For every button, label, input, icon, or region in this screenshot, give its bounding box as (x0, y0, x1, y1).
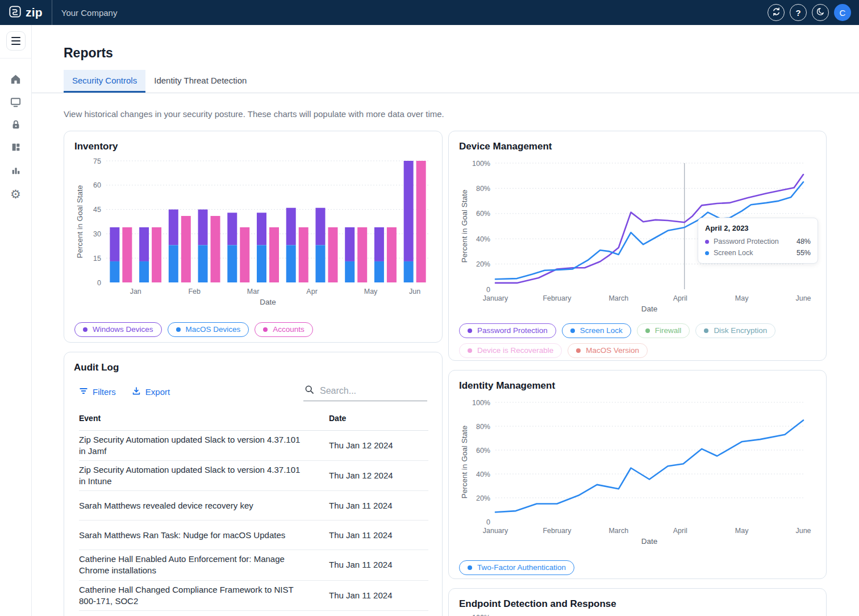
legend-dot (176, 327, 181, 332)
legend-label: Password Protection (477, 326, 548, 335)
legend-pill[interactable]: Accounts (255, 322, 313, 337)
column-header-date[interactable]: Date (329, 408, 428, 431)
inventory-bar-chart[interactable]: 01530456075Percent in Goal StateDateJanF… (74, 155, 432, 307)
event-cell: Catherine Hall Changed Compliance Framew… (79, 580, 329, 610)
layout-icon (10, 141, 22, 155)
legend-pill[interactable]: Firewall (637, 323, 690, 338)
device-management-legend: Password ProtectionScreen LockFirewallDi… (459, 323, 816, 358)
tooltip-date: April 2, 2023 (705, 224, 811, 232)
menu-button[interactable] (6, 31, 26, 51)
legend-label: Device is Recoverable (477, 346, 553, 355)
export-label: Export (145, 387, 170, 397)
top-navbar: zip Your Company ? C (0, 0, 859, 25)
search-box[interactable] (303, 382, 427, 401)
svg-text:45: 45 (93, 206, 101, 214)
table-row: Catherine Hall Enabled Auto Enforcement … (79, 550, 428, 580)
sidebar-item-home[interactable] (5, 69, 27, 91)
svg-text:15: 15 (93, 255, 101, 263)
identity-management-legend: Two-Factor Authentication (459, 560, 816, 575)
svg-text:February: February (543, 294, 572, 302)
legend-label: Firewall (655, 326, 682, 335)
svg-text:February: February (543, 527, 572, 535)
user-avatar[interactable]: C (834, 4, 851, 21)
screen-lock-dot (705, 251, 709, 255)
help-icon: ? (795, 8, 800, 18)
legend-label: Screen Lock (580, 326, 623, 335)
sidebar-item-devices[interactable] (5, 91, 27, 114)
gear-icon: ⚙ (10, 188, 21, 200)
svg-text:20%: 20% (476, 260, 490, 268)
svg-text:Date: Date (641, 537, 658, 546)
brand-logo[interactable]: zip (9, 0, 43, 25)
legend-dot (576, 348, 581, 353)
column-header-event[interactable]: Event (79, 408, 329, 431)
svg-text:80%: 80% (476, 185, 490, 193)
svg-text:Feb: Feb (188, 288, 201, 295)
svg-text:April: April (673, 294, 687, 302)
legend-pill[interactable]: Password Protection (459, 323, 556, 338)
legend-pill[interactable]: Windows Devices (74, 322, 162, 337)
legend-pill[interactable]: Two-Factor Authentication (459, 560, 574, 575)
event-cell: Catherine Hall Unlocked a Device (79, 610, 329, 616)
sidebar-item-apps[interactable] (5, 137, 27, 160)
legend-label: Accounts (273, 325, 305, 334)
legend-dot (263, 327, 268, 332)
sidebar-item-settings[interactable]: ⚙ (5, 182, 27, 205)
search-input[interactable] (320, 386, 416, 396)
audit-log-toolbar: Filters Export (79, 382, 427, 401)
table-row: Catherine Hall Changed Compliance Framew… (79, 580, 428, 610)
svg-text:January: January (483, 294, 508, 302)
tooltip-row: Password Protection 48% (705, 238, 811, 245)
audit-log-card: Audit Log Filters (64, 352, 443, 616)
sync-button[interactable] (768, 4, 785, 21)
company-name: Your Company (61, 8, 118, 18)
svg-text:Percent in Goal State: Percent in Goal State (460, 190, 469, 263)
sidebar-item-reports[interactable] (5, 160, 27, 182)
date-cell: Thu Jan 11 2024 (329, 521, 428, 550)
filters-button[interactable]: Filters (79, 386, 116, 397)
svg-text:0: 0 (486, 286, 490, 294)
svg-text:Mar: Mar (247, 288, 260, 295)
svg-text:0: 0 (486, 518, 490, 526)
legend-pill[interactable]: MacOS Devices (168, 322, 249, 337)
page-description: View historical changes in your security… (32, 109, 859, 119)
svg-text:0: 0 (97, 279, 101, 287)
table-row: Catherine Hall Unlocked a DeviceThu Jan … (79, 610, 428, 616)
export-button[interactable]: Export (132, 386, 170, 397)
filters-label: Filters (93, 387, 116, 397)
menu-icon (11, 37, 20, 38)
event-cell: Zip Security Automation updated Slack to… (79, 431, 329, 461)
svg-text:60%: 60% (476, 447, 490, 455)
dark-mode-button[interactable] (812, 4, 829, 21)
legend-pill[interactable]: Screen Lock (562, 323, 631, 338)
legend-dot (468, 565, 472, 570)
legend-dot (468, 328, 472, 333)
page-title: Reports (32, 45, 859, 61)
tab-identity-threat-detection[interactable]: Identity Threat Detection (145, 70, 255, 93)
bar-chart-icon (10, 164, 22, 178)
legend-pill[interactable]: Device is Recoverable (459, 343, 562, 358)
tooltip-series-name: Password Protection (714, 238, 779, 245)
legend-pill[interactable]: MacOS Version (568, 343, 648, 358)
tooltip-series-value: 55% (797, 249, 811, 257)
svg-text:Date: Date (641, 305, 658, 313)
svg-text:Percent in Goal State: Percent in Goal State (76, 185, 84, 258)
svg-text:100%: 100% (472, 399, 490, 407)
tooltip-row: Screen Lock 55% (705, 249, 811, 257)
svg-text:Jun: Jun (409, 288, 420, 295)
legend-pill[interactable]: Disk Encryption (695, 323, 775, 338)
tooltip-series-name: Screen Lock (714, 249, 753, 257)
monitor-icon (10, 96, 22, 110)
sidebar-item-security[interactable] (5, 114, 27, 137)
help-button[interactable]: ? (790, 4, 807, 21)
date-cell: Thu Jan 11 2024 (329, 550, 428, 580)
svg-text:60%: 60% (476, 210, 490, 218)
edr-line-chart[interactable]: 100% (459, 613, 817, 616)
event-cell: Sarah Matthews Ran Task: Nudge for macOS… (79, 521, 329, 550)
svg-text:Date: Date (260, 298, 276, 306)
tab-security-controls[interactable]: Security Controls (64, 70, 145, 93)
svg-text:May: May (735, 527, 749, 535)
table-row: Sarah Matthews Ran Task: Nudge for macOS… (79, 521, 428, 550)
legend-dot (468, 348, 472, 353)
identity-management-line-chart[interactable]: 020%40%60%80%100%Percent in Goal StateDa… (459, 394, 817, 547)
